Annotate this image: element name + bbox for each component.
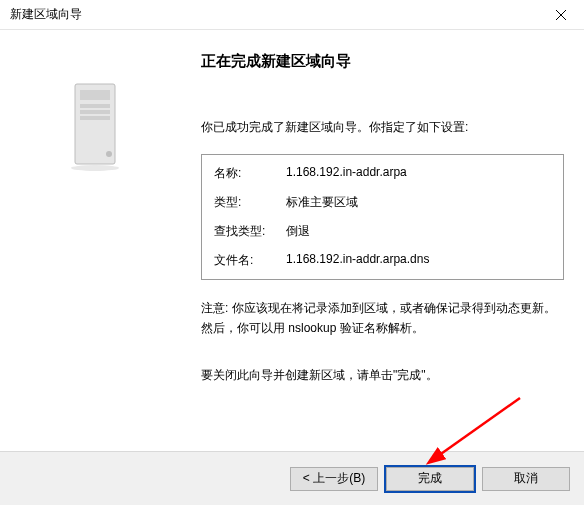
settings-row-name: 名称: 1.168.192.in-addr.arpa [214, 165, 551, 182]
wizard-note: 注意: 你应该现在将记录添加到区域，或者确保记录得到动态更新。然后，你可以用 n… [201, 298, 564, 339]
settings-label: 查找类型: [214, 223, 286, 240]
close-icon [556, 7, 566, 23]
settings-value: 1.168.192.in-addr.arpa.dns [286, 252, 551, 269]
wizard-intro: 你已成功完成了新建区域向导。你指定了如下设置: [201, 119, 564, 136]
wizard-content: 正在完成新建区域向导 你已成功完成了新建区域向导。你指定了如下设置: 名称: 1… [187, 42, 572, 440]
svg-rect-4 [80, 116, 110, 120]
finish-button[interactable]: 完成 [386, 467, 474, 491]
wizard-close-hint: 要关闭此向导并创建新区域，请单击"完成"。 [201, 367, 564, 384]
close-button[interactable] [538, 0, 584, 30]
wizard-body: 正在完成新建区域向导 你已成功完成了新建区域向导。你指定了如下设置: 名称: 1… [0, 30, 584, 440]
settings-value: 1.168.192.in-addr.arpa [286, 165, 551, 182]
wizard-button-row: < 上一步(B) 完成 取消 [0, 451, 584, 505]
titlebar: 新建区域向导 [0, 0, 584, 30]
svg-point-5 [106, 151, 112, 157]
wizard-heading: 正在完成新建区域向导 [201, 52, 564, 71]
back-button[interactable]: < 上一步(B) [290, 467, 378, 491]
settings-row-lookup: 查找类型: 倒退 [214, 223, 551, 240]
svg-rect-1 [80, 90, 110, 100]
settings-label: 文件名: [214, 252, 286, 269]
settings-value: 倒退 [286, 223, 551, 240]
settings-summary: 名称: 1.168.192.in-addr.arpa 类型: 标准主要区域 查找… [201, 154, 564, 280]
svg-rect-3 [80, 110, 110, 114]
wizard-left-pane [12, 42, 187, 440]
server-icon [69, 82, 131, 175]
settings-row-file: 文件名: 1.168.192.in-addr.arpa.dns [214, 252, 551, 269]
settings-row-type: 类型: 标准主要区域 [214, 194, 551, 211]
window-title: 新建区域向导 [10, 6, 82, 23]
settings-label: 名称: [214, 165, 286, 182]
cancel-button[interactable]: 取消 [482, 467, 570, 491]
svg-point-6 [71, 165, 119, 171]
settings-label: 类型: [214, 194, 286, 211]
settings-value: 标准主要区域 [286, 194, 551, 211]
svg-rect-2 [80, 104, 110, 108]
